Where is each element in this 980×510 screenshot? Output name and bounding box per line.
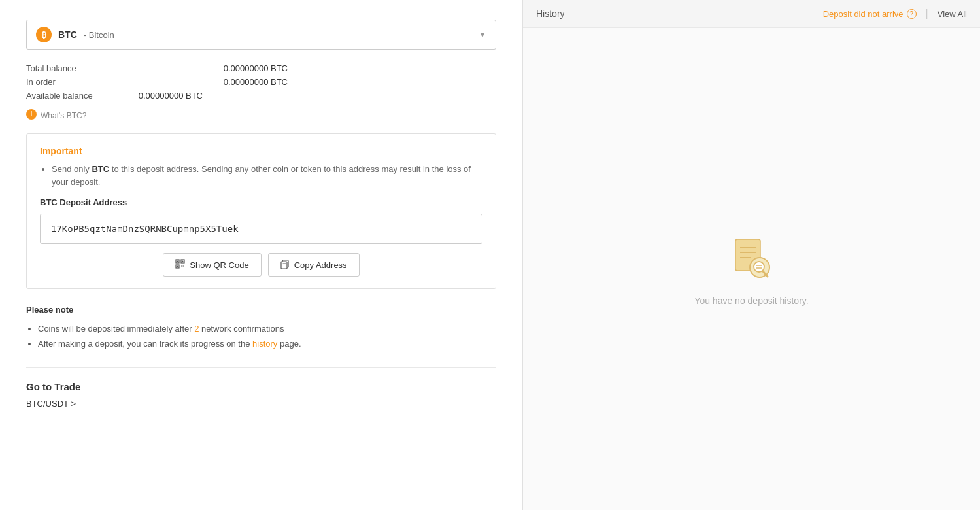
btc-usdt-trade-link[interactable]: BTC/USDT > [26, 399, 76, 409]
in-order-label: In order [26, 77, 56, 87]
please-note-section: Please note Coins will be deposited imme… [26, 305, 496, 352]
left-panel: ₿ BTC - Bitcoin ▼ Total balance 0.000000… [0, 0, 523, 510]
please-note-item-2: After making a deposit, you can track it… [38, 336, 496, 351]
history-title: History [536, 8, 565, 19]
svg-rect-1 [177, 261, 178, 262]
whats-btc-link[interactable]: What's BTC? [41, 111, 86, 120]
please-note-title: Please note [26, 305, 496, 314]
available-balance-value: 0.00000000 BTC [139, 91, 203, 101]
please-note-list: Coins will be deposited immediately afte… [26, 321, 496, 352]
balance-table: Total balance 0.00000000 BTC In order 0.… [26, 61, 496, 120]
right-panel-actions: Deposit did not arrive ? | View All [823, 8, 967, 20]
svg-rect-3 [182, 261, 184, 262]
show-qr-label: Show QR Code [190, 260, 248, 270]
please-note-item-1: Coins will be deposited immediately afte… [38, 321, 496, 336]
section-divider [26, 367, 496, 368]
show-qr-button[interactable]: Show QR Code [163, 253, 261, 277]
go-to-trade-section: Go to Trade BTC/USDT > [26, 381, 496, 409]
svg-rect-5 [177, 266, 178, 267]
currency-ticker: BTC [58, 29, 77, 40]
vertical-divider: | [926, 8, 928, 20]
important-title: Important [40, 146, 482, 156]
empty-history-icon [726, 233, 778, 285]
available-balance-label: Available balance [26, 91, 93, 101]
svg-rect-6 [181, 265, 182, 266]
copy-icon [280, 260, 290, 271]
svg-rect-8 [181, 267, 182, 268]
button-row: Show QR Code Copy Address [40, 253, 482, 277]
view-all-link[interactable]: View All [938, 9, 967, 19]
empty-history: You have no deposit history. [523, 28, 980, 510]
in-order-row: In order 0.00000000 BTC [26, 75, 288, 89]
in-order-value: 0.00000000 BTC [224, 77, 288, 87]
available-balance-row: Available balance 0.00000000 BTC [26, 89, 288, 103]
history-link[interactable]: history [252, 339, 277, 348]
currency-selector[interactable]: ₿ BTC - Bitcoin ▼ [26, 20, 496, 50]
empty-history-message: You have no deposit history. [694, 296, 808, 306]
right-panel-header: History Deposit did not arrive ? | View … [523, 0, 980, 28]
right-panel: History Deposit did not arrive ? | View … [523, 0, 980, 510]
copy-address-button[interactable]: Copy Address [268, 253, 360, 277]
go-to-trade-title: Go to Trade [26, 381, 496, 392]
currency-fullname: - Bitcoin [84, 30, 114, 40]
important-list: Send only BTC to this deposit address. S… [40, 163, 482, 188]
total-balance-value: 0.00000000 BTC [224, 63, 288, 73]
chevron-down-icon: ▼ [479, 30, 486, 39]
deposit-address-label: BTC Deposit Address [40, 197, 482, 207]
btc-icon: ₿ [36, 27, 52, 42]
deposit-address-box: 17KoPB5qztNamDnzSQRNBCupmnp5X5Tuek [40, 214, 482, 244]
copy-address-label: Copy Address [294, 260, 347, 270]
qr-icon [175, 259, 185, 271]
total-balance-label: Total balance [26, 63, 76, 73]
svg-rect-7 [183, 265, 184, 266]
important-box: Important Send only BTC to this deposit … [26, 133, 496, 289]
deposit-not-arrive-link[interactable]: Deposit did not arrive ? [823, 9, 917, 19]
currency-selector-left: ₿ BTC - Bitcoin [36, 27, 114, 42]
question-icon: ? [907, 9, 917, 19]
btc-highlight: BTC [92, 164, 109, 174]
total-balance-row: Total balance 0.00000000 BTC [26, 61, 288, 75]
svg-rect-9 [183, 267, 184, 268]
info-icon: i [26, 109, 37, 120]
important-warning: Send only BTC to this deposit address. S… [52, 163, 482, 188]
